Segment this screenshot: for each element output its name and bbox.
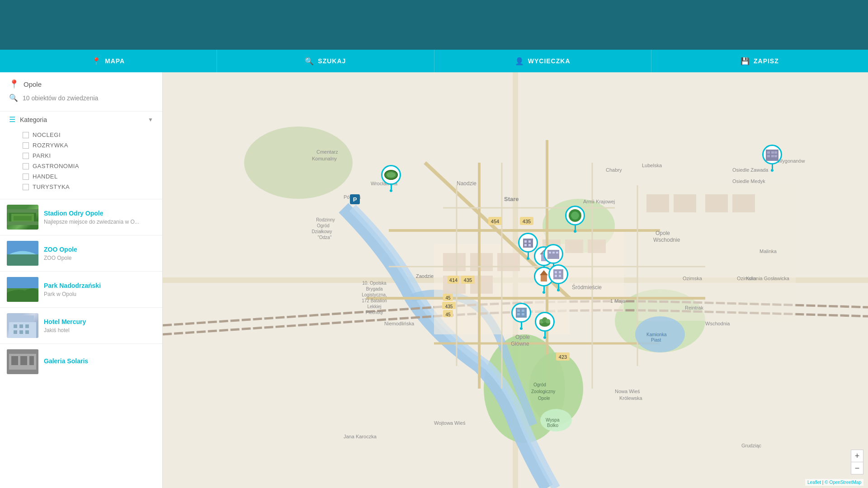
category-gastronomia-label: GASTRONOMIA (33, 163, 79, 169)
checkbox-handel[interactable] (23, 174, 29, 180)
map-pin-building3[interactable] (548, 264, 568, 291)
map-pin-stadium[interactable] (381, 165, 401, 192)
svg-rect-135 (524, 240, 527, 243)
svg-rect-6 (7, 254, 38, 266)
svg-text:Zaodzie: Zaodzie (416, 273, 434, 279)
nav-wycieczka[interactable]: 👤 WYCIECZKA (434, 50, 651, 72)
svg-rect-40 (646, 194, 669, 212)
svg-text:45: 45 (445, 312, 451, 317)
svg-text:Naodzie: Naodzie (457, 180, 476, 187)
checkbox-turystyka[interactable] (23, 184, 29, 190)
main-content: 📍 🔍 10 obiektów do zwiedzenia ☰ Kategori… (0, 72, 868, 488)
map-pin-green-center[interactable] (565, 206, 585, 233)
svg-text:Piechoty: Piechoty (366, 310, 383, 315)
parking-marker[interactable]: P (350, 194, 360, 204)
category-noclegi[interactable]: NOCLEGI (23, 130, 153, 140)
svg-rect-151 (555, 275, 557, 277)
category-section[interactable]: ☰ Kategoria ▼ (0, 111, 162, 127)
zoom-controls: + − (851, 450, 863, 474)
svg-rect-21 (29, 356, 34, 365)
category-turystyka-label: TURYSTYKA (33, 183, 70, 190)
nav-mapa-label: MAPA (105, 57, 125, 65)
svg-rect-153 (516, 308, 527, 318)
svg-rect-136 (528, 240, 531, 243)
svg-rect-155 (522, 310, 524, 312)
sidebar: 📍 🔍 10 obiektów do zwiedzenia ☰ Kategori… (0, 72, 163, 488)
place-list: Stadion Odry Opole Najlepsze miejsce do … (0, 199, 162, 380)
category-icon: ☰ (9, 115, 15, 124)
svg-text:435: 435 (523, 219, 531, 224)
location-input[interactable] (24, 80, 153, 88)
svg-text:Ogród: Ogród (317, 223, 330, 228)
tour-icon: 👤 (515, 57, 524, 66)
svg-text:423: 423 (559, 354, 567, 360)
place-desc-park: Park w Opolu (44, 291, 156, 297)
place-item-zoo[interactable]: ZOO Opole ZOO Opole (0, 235, 162, 271)
place-item-park[interactable]: Park Nadodrzański Park w Opolu (0, 271, 162, 307)
osm-link[interactable]: © OpenStreetMap (825, 480, 861, 485)
nav-mapa[interactable]: 📍 MAPA (0, 50, 217, 72)
svg-rect-13 (25, 324, 29, 328)
map-area[interactable]: 454 435 414 435 Stare Śródmieście Opole … (163, 72, 868, 488)
zoom-in-button[interactable]: + (851, 450, 863, 462)
svg-rect-126 (774, 151, 777, 154)
place-desc-stadion: Najlepsze miejsce do zwiedzania w O... (44, 219, 156, 225)
checkbox-gastronomia[interactable] (23, 163, 29, 169)
svg-rect-42 (705, 194, 728, 212)
svg-rect-7 (7, 277, 38, 288)
svg-rect-137 (524, 244, 527, 246)
map-attribution: Leaflet | © OpenStreetMap (805, 479, 863, 486)
category-parki[interactable]: PARKI (23, 150, 153, 161)
category-turystyka[interactable]: TURYSTYKA (23, 182, 153, 192)
svg-rect-127 (767, 155, 770, 157)
svg-rect-124 (767, 151, 770, 154)
svg-text:"Odza": "Odza" (317, 235, 331, 240)
place-info-stadion: Stadion Odry Opole Najlepsze miejsce do … (44, 210, 156, 225)
place-name-stadion: Stadion Odry Opole (44, 210, 156, 217)
svg-rect-12 (19, 324, 23, 328)
map-pin-bottom1[interactable] (511, 303, 531, 330)
place-item-hotel[interactable]: Hotel Mercury Jakiś hotel (0, 307, 162, 343)
svg-text:Lekkiej: Lekkiej (367, 304, 381, 309)
svg-rect-143 (549, 252, 551, 253)
category-handel[interactable]: HANDEL (23, 171, 153, 182)
svg-rect-138 (528, 244, 531, 246)
map-pin-1[interactable] (762, 145, 782, 172)
category-noclegi-label: NOCLEGI (33, 131, 61, 138)
place-name-park: Park Nadodrzański (44, 282, 156, 289)
checkbox-parki[interactable] (23, 153, 29, 159)
category-handel-label: HANDEL (33, 173, 58, 180)
category-label: Kategoria (20, 116, 143, 123)
checkbox-rozrywka[interactable] (23, 142, 29, 149)
svg-rect-2 (14, 216, 32, 221)
svg-point-26 (244, 127, 353, 199)
nav-zapisz[interactable]: 💾 ZAPISZ (651, 50, 868, 72)
category-rozrywka[interactable]: ROZRYWKA (23, 140, 153, 150)
thumb-stadion (7, 205, 38, 230)
svg-rect-11 (14, 324, 17, 328)
svg-text:Ozimska: Ozimska (683, 276, 703, 281)
checkbox-noclegi[interactable] (23, 132, 29, 138)
thumb-zoo (7, 241, 38, 266)
category-gastronomia[interactable]: GASTRONOMIA (23, 161, 153, 171)
place-item-stadion[interactable]: Stadion Odry Opole Najlepsze miejsce do … (0, 199, 162, 235)
map-pin-bottom2[interactable] (535, 312, 555, 339)
svg-text:Opole: Opole (515, 334, 530, 340)
svg-text:Kamionka: Kamionka (646, 332, 667, 337)
place-info-galeria: Galeria Solaris (44, 357, 156, 366)
svg-text:454: 454 (491, 219, 499, 224)
svg-marker-147 (540, 270, 548, 275)
svg-text:1 Maja: 1 Maja (610, 298, 626, 304)
zoom-out-button[interactable]: − (851, 462, 863, 474)
svg-rect-144 (552, 252, 555, 253)
top-header (0, 0, 868, 50)
svg-text:Cmentarz: Cmentarz (316, 149, 338, 155)
nav-szukaj[interactable]: 🔍 SZUKAJ (217, 50, 434, 72)
svg-rect-3 (7, 209, 38, 213)
svg-rect-20 (20, 356, 27, 365)
svg-text:Malinka: Malinka (760, 249, 777, 254)
svg-text:Opole: Opole (538, 396, 550, 401)
svg-text:Piast: Piast (651, 338, 661, 343)
leaflet-link[interactable]: Leaflet (807, 480, 821, 485)
place-item-galeria[interactable]: Galeria Solaris (0, 343, 162, 380)
